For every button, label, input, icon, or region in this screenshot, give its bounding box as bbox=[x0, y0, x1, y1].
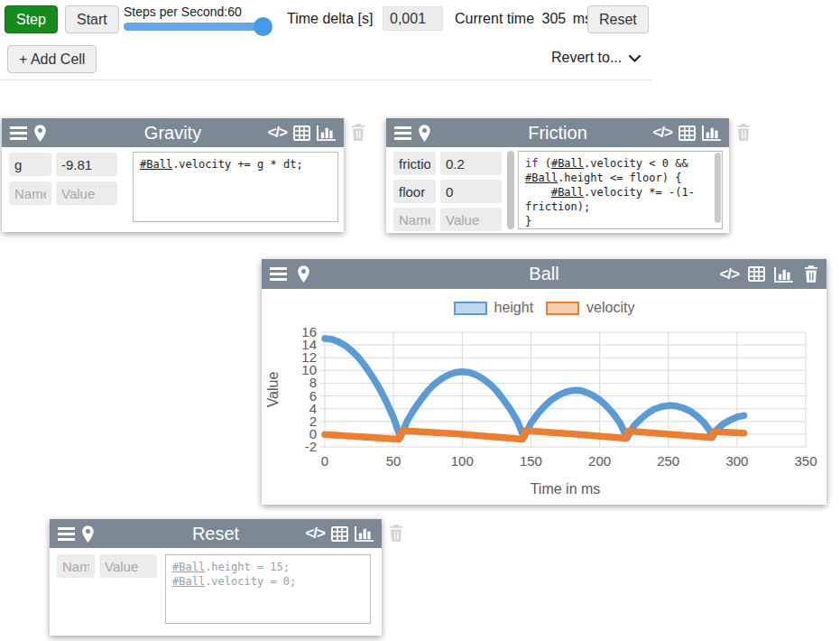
svg-text:150: 150 bbox=[520, 453, 542, 469]
revert-to-dropdown[interactable]: Revert to... bbox=[551, 50, 642, 66]
code-editor[interactable]: if (#Ball.velocity < 0 &&#Ball.height <=… bbox=[518, 151, 723, 229]
param-name-input[interactable] bbox=[393, 180, 436, 203]
svg-text:Time in ms: Time in ms bbox=[531, 481, 601, 497]
svg-text:50: 50 bbox=[386, 453, 402, 469]
current-time-value: 305 bbox=[541, 11, 566, 26]
param-value-input[interactable] bbox=[56, 153, 117, 176]
param-table-scrollbar[interactable] bbox=[507, 151, 514, 229]
param-value-input[interactable] bbox=[440, 180, 502, 203]
param-value-input[interactable] bbox=[440, 152, 502, 175]
cell-title: Ball bbox=[262, 264, 826, 284]
cell-reset: Reset </> #Ball.height = 15;#Ball.veloci… bbox=[50, 519, 382, 636]
cell-ball-body: height velocity 1614121086420-2050100150… bbox=[262, 289, 826, 505]
chart-legend: height velocity bbox=[262, 300, 826, 316]
chart-view-icon[interactable] bbox=[774, 266, 793, 283]
pin-icon[interactable] bbox=[33, 125, 47, 142]
code-view-icon[interactable]: </> bbox=[305, 525, 325, 543]
cell-ball-header: Ball </> bbox=[262, 259, 826, 289]
table-view-icon[interactable] bbox=[678, 125, 696, 141]
line-chart: 1614121086420-2050100150200250300350Time… bbox=[262, 321, 826, 502]
menu-icon[interactable] bbox=[394, 126, 411, 140]
trash-icon[interactable] bbox=[389, 525, 403, 542]
legend-swatch-height bbox=[454, 302, 487, 315]
svg-text:-2: -2 bbox=[305, 439, 317, 454]
trash-icon[interactable] bbox=[351, 124, 365, 141]
steps-per-second-slider[interactable] bbox=[124, 23, 271, 31]
cell-title: Friction bbox=[386, 123, 729, 144]
cell-reset-header: Reset </> bbox=[50, 519, 382, 548]
svg-text:350: 350 bbox=[794, 453, 817, 469]
step-button[interactable]: Step bbox=[5, 5, 58, 33]
time-delta-input[interactable] bbox=[383, 6, 443, 31]
pin-icon[interactable] bbox=[297, 265, 310, 283]
table-view-icon[interactable] bbox=[748, 266, 765, 282]
svg-text:Value: Value bbox=[265, 372, 281, 408]
legend-label: height bbox=[494, 300, 534, 316]
legend-label: velocity bbox=[586, 300, 634, 316]
code-view-icon[interactable]: </> bbox=[267, 124, 287, 142]
param-value-input[interactable] bbox=[56, 181, 117, 205]
code-view-icon[interactable]: </> bbox=[719, 265, 739, 283]
param-name-input[interactable] bbox=[57, 554, 95, 578]
pin-icon[interactable] bbox=[418, 125, 431, 142]
legend-item-velocity[interactable]: velocity bbox=[546, 300, 634, 316]
cell-gravity-header: Gravity </> bbox=[2, 118, 344, 147]
code-editor[interactable]: #Ball.height = 15;#Ball.velocity = 0; bbox=[165, 554, 371, 624]
table-view-icon[interactable] bbox=[331, 526, 348, 542]
menu-icon[interactable] bbox=[58, 527, 75, 541]
chart-view-icon[interactable] bbox=[317, 125, 336, 141]
code-editor[interactable]: #Ball.velocity += g * dt; bbox=[133, 152, 338, 222]
legend-item-height[interactable]: height bbox=[454, 300, 534, 316]
trash-icon[interactable] bbox=[804, 265, 818, 283]
param-name-input[interactable] bbox=[393, 152, 436, 175]
cell-ball: Ball </> height velocity 1614121086420-2… bbox=[262, 259, 826, 505]
start-button[interactable]: Start bbox=[65, 5, 119, 33]
param-name-input[interactable] bbox=[9, 181, 51, 205]
revert-to-label: Revert to... bbox=[551, 50, 622, 66]
cell-friction-body: if (#Ball.velocity < 0 &&#Ball.height <=… bbox=[386, 147, 729, 233]
current-time: Current time 305 ms bbox=[455, 11, 592, 27]
table-view-icon[interactable] bbox=[293, 125, 310, 141]
cell-gravity: Gravity </> #Ball.velocity += g * dt; bbox=[2, 118, 344, 232]
time-delta-label: Time delta [s] bbox=[287, 11, 373, 27]
menu-icon[interactable] bbox=[10, 126, 27, 140]
pin-icon[interactable] bbox=[81, 525, 95, 543]
code-scrollbar[interactable] bbox=[715, 153, 721, 223]
param-value-input[interactable] bbox=[440, 208, 502, 231]
toolbar-divider bbox=[0, 79, 651, 80]
chevron-down-icon bbox=[628, 53, 642, 63]
svg-text:300: 300 bbox=[725, 453, 748, 469]
code-view-icon[interactable]: </> bbox=[652, 124, 672, 142]
add-cell-button[interactable]: + Add Cell bbox=[7, 45, 97, 73]
reset-button[interactable]: Reset bbox=[587, 5, 649, 33]
param-value-input[interactable] bbox=[99, 554, 157, 578]
param-name-input[interactable] bbox=[9, 153, 51, 176]
cell-friction-header: Friction </> bbox=[386, 118, 729, 147]
cell-reset-body: #Ball.height = 15;#Ball.velocity = 0; bbox=[50, 548, 382, 636]
slider-thumb[interactable] bbox=[254, 17, 272, 36]
legend-swatch-velocity bbox=[546, 302, 579, 315]
current-time-label: Current time bbox=[455, 11, 534, 26]
menu-icon[interactable] bbox=[270, 267, 287, 281]
chart-view-icon[interactable] bbox=[702, 125, 721, 141]
trash-icon[interactable] bbox=[736, 124, 751, 141]
svg-text:0: 0 bbox=[321, 453, 328, 469]
cell-gravity-body: #Ball.velocity += g * dt; bbox=[2, 147, 344, 232]
chart-view-icon[interactable] bbox=[355, 525, 374, 542]
cell-friction: Friction </> if (#Ball.velocity < 0 &&#B… bbox=[386, 118, 729, 233]
param-name-input[interactable] bbox=[393, 208, 436, 231]
svg-text:100: 100 bbox=[451, 453, 474, 469]
svg-text:250: 250 bbox=[657, 453, 679, 469]
svg-text:200: 200 bbox=[588, 453, 611, 469]
steps-per-second-label: Steps per Second:60 bbox=[124, 5, 242, 19]
